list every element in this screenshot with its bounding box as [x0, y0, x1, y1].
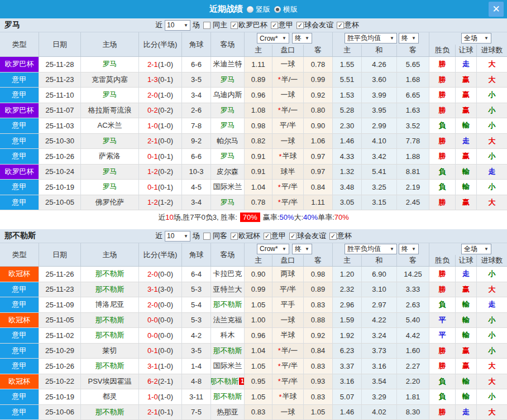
checkbox-checked[interactable]: ✓ — [271, 22, 278, 29]
avg-draw-odds: 3.25 — [362, 180, 397, 195]
avg-away-odds: 14.25 — [397, 267, 429, 282]
handicap-text: 平/半 — [280, 120, 296, 131]
average-type-select[interactable]: 胜平负均值▼ — [345, 33, 397, 44]
score: 3-1(1-0) — [139, 359, 182, 374]
handicap-line: 球半 — [272, 165, 304, 180]
bookmaker-select[interactable]: Crow*▼ — [257, 33, 289, 44]
scope-select[interactable]: 全场▼ — [461, 244, 491, 254]
select-value: 终 — [295, 244, 302, 254]
match-filter: 近10▼场同主✓欧罗巴杯✓意甲✓球会友谊✓意杯 — [155, 20, 359, 31]
away-team: 乌迪内斯 — [211, 88, 245, 103]
away-odds: 0.80 — [304, 103, 333, 119]
layout-option: 竖版 — [243, 4, 270, 15]
average-type-select[interactable]: 胜平负均值▼ — [345, 244, 397, 254]
summary-part: 大: — [294, 213, 303, 223]
sub-column-header: 主 — [333, 45, 362, 57]
sub-column-header: 进球数 — [477, 255, 507, 267]
result-scope-group: 全场▼ — [429, 243, 507, 255]
match-date: 25-10-19 — [39, 180, 81, 195]
column-header: 类型 — [0, 32, 39, 56]
result-outcome: 勝 — [429, 344, 456, 359]
average-odds-group: 胜平负均值▼终▼ — [333, 32, 429, 45]
result-goals: 小 — [477, 328, 507, 344]
league-filter-label: 意甲 — [271, 231, 286, 241]
score: 2-0(0-0) — [139, 267, 182, 282]
select-value: 胜平负均值 — [347, 33, 381, 43]
checkbox-checked[interactable]: ✓ — [296, 22, 304, 29]
result-handicap: 輸 — [456, 118, 477, 134]
avg-away-odds: 8.30 — [397, 405, 429, 420]
avg-draw-odds: 3.10 — [362, 282, 397, 298]
result-handicap: 走 — [456, 57, 477, 73]
home-team: 那不勒斯 — [81, 282, 139, 298]
filter-near-label: 近 — [155, 20, 162, 30]
chevron-down-icon: ▼ — [282, 247, 286, 252]
avg-home-odds: 3.48 — [333, 180, 362, 195]
home-odds: 1.04 — [245, 344, 272, 359]
avg-home-odds: 3.05 — [333, 195, 362, 211]
league-badge: 意甲 — [0, 359, 39, 374]
match-row: 意甲25-10-30罗马2-1(0-0)9-2帕尔马0.82一球1.061.46… — [0, 134, 507, 149]
checkbox-checked[interactable]: ✓ — [289, 233, 296, 240]
matches-count-select[interactable]: 10▼ — [165, 231, 190, 242]
checkbox-unchecked[interactable] — [203, 22, 211, 29]
checkbox-checked[interactable]: ✓ — [337, 22, 344, 29]
bookmaker-select[interactable]: Crow*▼ — [257, 244, 289, 254]
final-odds-select[interactable]: 终▼ — [292, 244, 312, 254]
result-handicap: 走 — [456, 134, 477, 149]
handicap-text: 半/一 — [281, 346, 298, 356]
match-date: 25-11-26 — [39, 267, 81, 282]
home-team: 那不勒斯 — [81, 405, 139, 420]
match-row: 意甲25-11-03AC米兰1-0(1-0)7-8罗马0.98平/半0.902.… — [0, 118, 507, 134]
score: 0-1(0-1) — [139, 149, 182, 165]
final-odds-select[interactable]: 终▼ — [292, 33, 312, 44]
final-average-select[interactable]: 终▼ — [399, 244, 419, 254]
checkbox-unchecked[interactable] — [203, 233, 211, 240]
handicap-star: * — [278, 346, 281, 355]
avg-home-odds: 2.32 — [333, 282, 362, 298]
handicap-line: *平/半 — [272, 359, 304, 374]
table-header-right: Crow*▼终▼胜平负均值▼终▼全场▼主盘口客主和客胜负让球进球数 — [245, 32, 507, 56]
avg-draw-odds: 3.99 — [362, 88, 397, 103]
handicap-text: 一球 — [281, 315, 295, 325]
away-team: 罗马 — [211, 195, 245, 211]
handicap-line: *平/半 — [272, 195, 304, 211]
checkbox-checked[interactable]: ✓ — [329, 233, 337, 240]
home-team: 格拉斯哥流浪 — [81, 103, 139, 119]
score: 0-0(0-0) — [139, 313, 182, 329]
league-badge: 意甲 — [0, 149, 39, 165]
matches-count-select[interactable]: 10▼ — [165, 20, 190, 31]
match-row: 欧罗巴杯25-11-07格拉斯哥流浪0-2(0-2)2-6罗马1.08*半/一0… — [0, 103, 507, 119]
match-row: 意甲25-10-26那不勒斯3-1(1-0)1-4国际米兰1.05*平/半0.8… — [0, 359, 507, 374]
home-team: 佛罗伦萨 — [81, 195, 139, 211]
handicap-line: 平/半 — [272, 118, 304, 134]
fulltime-score: 1-2 — [147, 198, 158, 206]
scope-select[interactable]: 全场▼ — [461, 33, 491, 44]
close-icon[interactable]: ✕ — [489, 2, 504, 17]
final-average-select[interactable]: 终▼ — [399, 33, 419, 44]
away-team-name: 罗马 — [221, 120, 235, 131]
radio-icon[interactable] — [247, 6, 253, 13]
fulltime-score: 0-1 — [147, 152, 158, 161]
away-team-name: 那不勒斯 — [213, 392, 242, 402]
result-handicap: 赢 — [456, 282, 477, 298]
away-odds: 0.92 — [304, 88, 333, 103]
checkbox-checked[interactable]: ✓ — [231, 233, 238, 240]
league-badge: 意甲 — [0, 118, 39, 134]
handicap-line: *平/半 — [272, 374, 304, 390]
match-date: 25-11-07 — [39, 103, 81, 119]
handicap-star: * — [278, 183, 281, 191]
avg-draw-odds: 2.99 — [362, 118, 397, 134]
avg-home-odds: 1.46 — [333, 134, 362, 149]
league-badge: 意甲 — [0, 195, 39, 211]
team-sections: 罗马近10▼场同主✓欧罗巴杯✓意甲✓球会友谊✓意杯类型日期主场比分(半场)角球客… — [0, 18, 507, 420]
radio-icon[interactable] — [274, 6, 281, 13]
away-odds: 0.93 — [304, 374, 333, 390]
handicap-star: * — [278, 106, 281, 114]
result-handicap: 赢 — [456, 195, 477, 211]
handicap-text: 半/一 — [281, 105, 298, 115]
checkbox-checked[interactable]: ✓ — [231, 22, 238, 29]
halftime-score: (1-2) — [158, 198, 173, 206]
avg-draw-odds: 3.60 — [362, 73, 397, 88]
checkbox-checked[interactable]: ✓ — [264, 233, 271, 240]
